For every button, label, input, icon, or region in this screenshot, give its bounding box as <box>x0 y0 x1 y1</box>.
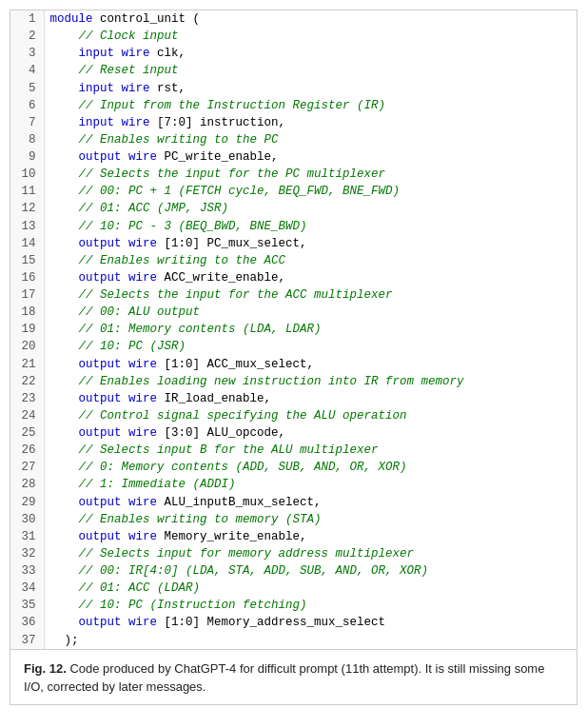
identifier-token <box>122 358 129 371</box>
identifier-token: ALU_inputB_mux_select, <box>157 496 322 509</box>
line-number: 26 <box>10 442 44 459</box>
identifier-token <box>50 426 79 440</box>
line-number: 32 <box>10 545 44 562</box>
identifier-token: Memory_write_enable, <box>157 530 307 543</box>
identifier-token <box>50 133 79 147</box>
identifier-token <box>50 358 79 371</box>
line-number: 16 <box>10 269 44 286</box>
identifier-token <box>50 564 79 578</box>
comment-token: // 10: PC - 3 (BEQ_BWD, BNE_BWD) <box>79 220 307 233</box>
comment-token: // 00: PC + 1 (FETCH cycle, BEQ_FWD, BNE… <box>79 185 401 198</box>
table-row: 31 output wire Memory_write_enable, <box>10 528 577 545</box>
comment-token: // Selects the input for the ACC multipl… <box>79 288 393 302</box>
table-row: 16 output wire ACC_write_enable, <box>10 269 577 286</box>
identifier-token <box>122 271 129 285</box>
keyword-token: module <box>50 12 93 26</box>
table-row: 26 // Selects input B for the ALU multip… <box>10 442 577 459</box>
table-row: 30 // Enables writing to memory (STA) <box>10 511 577 528</box>
identifier-token <box>50 47 79 60</box>
identifier-token <box>50 202 79 215</box>
line-number: 25 <box>10 424 44 442</box>
line-number: 7 <box>10 114 44 131</box>
identifier-token: IR_load_enable, <box>157 392 271 405</box>
line-number: 15 <box>10 252 44 269</box>
table-row: 33 // 00: IR[4:0] (LDA, STA, ADD, SUB, A… <box>10 562 577 580</box>
keyword-token: wire <box>128 496 157 509</box>
caption-text: Code produced by ChatGPT-4 for difficult… <box>24 661 544 695</box>
identifier-token <box>122 237 129 250</box>
table-row: 32 // Selects input for memory address m… <box>10 545 577 562</box>
comment-token: // 00: ALU output <box>79 305 201 319</box>
identifier-token <box>50 323 79 336</box>
line-content: output wire [3:0] ALU_opcode, <box>44 424 577 442</box>
line-number: 10 <box>10 166 44 183</box>
comment-token: // Selects input for memory address mult… <box>79 547 415 561</box>
line-number: 19 <box>10 321 44 338</box>
table-row: 25 output wire [3:0] ALU_opcode, <box>10 424 577 442</box>
line-number: 5 <box>10 80 44 97</box>
identifier-token <box>50 392 79 405</box>
line-content: // 00: PC + 1 (FETCH cycle, BEQ_FWD, BNE… <box>44 183 577 200</box>
keyword-token: wire <box>122 82 150 95</box>
line-content: // 01: ACC (JMP, JSR) <box>44 200 577 217</box>
table-row: 19 // 01: Memory contents (LDA, LDAR) <box>10 321 577 338</box>
line-number: 3 <box>10 45 44 62</box>
line-content: input wire clk, <box>44 45 577 62</box>
identifier-token <box>114 82 122 95</box>
identifier-token <box>50 99 79 112</box>
identifier-token <box>50 82 79 95</box>
keyword-token: output <box>79 426 122 440</box>
comment-token: // 00: IR[4:0] (LDA, STA, ADD, SUB, AND,… <box>79 564 429 578</box>
line-number: 13 <box>10 218 44 235</box>
keyword-token: output <box>79 237 122 250</box>
line-number: 1 <box>10 10 44 28</box>
keyword-token: wire <box>122 116 150 129</box>
table-row: 10 // Selects the input for the PC multi… <box>10 166 577 183</box>
identifier-token <box>50 581 79 595</box>
table-row: 35 // 10: PC (Instruction fetching) <box>10 597 577 614</box>
keyword-token: wire <box>128 392 157 405</box>
identifier-token <box>114 116 122 129</box>
figure-caption: Fig. 12. Code produced by ChatGPT-4 for … <box>10 649 577 704</box>
identifier-token <box>50 375 79 388</box>
table-row: 13 // 10: PC - 3 (BEQ_BWD, BNE_BWD) <box>10 218 577 235</box>
table-row: 22 // Enables loading new instruction in… <box>10 373 577 390</box>
table-row: 21 output wire [1:0] ACC_mux_select, <box>10 356 577 373</box>
line-content: // Selects input B for the ALU multiplex… <box>44 442 577 459</box>
line-number: 34 <box>10 580 44 597</box>
line-number: 30 <box>10 511 44 528</box>
identifier-token <box>50 496 79 509</box>
line-content: output wire [1:0] PC_mux_select, <box>44 235 577 252</box>
identifier-token: [1:0] Memory_address_mux_select <box>157 616 385 629</box>
comment-token: // Selects input B for the ALU multiplex… <box>79 443 379 457</box>
line-number: 36 <box>10 614 44 631</box>
line-content: // Selects the input for the PC multiple… <box>44 166 577 183</box>
line-content: // 10: PC (JSR) <box>44 338 577 355</box>
identifier-token: rst, <box>150 82 186 95</box>
identifier-token <box>122 392 129 405</box>
identifier-token <box>114 47 122 60</box>
keyword-token: output <box>79 150 122 164</box>
identifier-token <box>122 150 129 164</box>
keyword-token: wire <box>128 530 157 543</box>
table-row: 1module control_unit ( <box>10 10 577 28</box>
identifier-token <box>50 443 79 457</box>
table-row: 28 // 1: Immediate (ADDI) <box>10 476 577 493</box>
identifier-token <box>122 530 129 543</box>
line-number: 28 <box>10 476 44 493</box>
line-content: output wire Memory_write_enable, <box>44 528 577 545</box>
comment-token: // Clock input <box>79 30 179 43</box>
line-number: 8 <box>10 131 44 148</box>
table-row: 23 output wire IR_load_enable, <box>10 390 577 407</box>
identifier-token <box>50 271 79 285</box>
line-content: // Clock input <box>44 28 577 45</box>
table-row: 27 // 0: Memory contents (ADD, SUB, AND,… <box>10 459 577 476</box>
line-content: // 10: PC (Instruction fetching) <box>44 597 577 614</box>
line-content: // 00: IR[4:0] (LDA, STA, ADD, SUB, AND,… <box>44 562 577 580</box>
line-number: 37 <box>10 632 44 649</box>
line-content: // 00: ALU output <box>44 304 577 321</box>
identifier-token <box>122 496 129 509</box>
identifier-token <box>50 288 79 302</box>
table-row: 6 // Input from the Instruction Register… <box>10 97 577 114</box>
line-content: // Control signal specifying the ALU ope… <box>44 407 577 424</box>
